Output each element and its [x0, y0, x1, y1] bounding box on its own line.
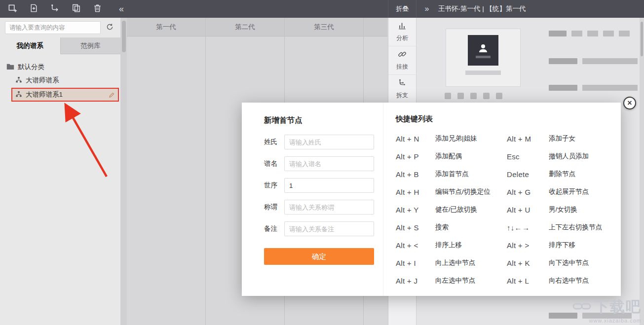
card-action-icon[interactable]	[457, 93, 464, 99]
shortcut-desc: 向上选中节点	[435, 258, 507, 267]
collapse-sidebar-button[interactable]: «	[115, 2, 128, 15]
panel-scrollbar[interactable]	[640, 18, 644, 325]
watermark: 下载吧 www.xiazaiba.com	[572, 297, 642, 324]
title-label: 称谓	[264, 203, 279, 212]
shortcut-desc: 上下左右切换节点	[549, 223, 621, 232]
shortcut-desc: 编辑节点/切换定位	[435, 187, 507, 196]
person-icon	[477, 42, 489, 54]
copy-icon	[72, 3, 81, 15]
scrollbar-thumb[interactable]	[122, 21, 126, 52]
remark-label: 备注	[264, 224, 279, 233]
genealogy-name-input[interactable]	[284, 156, 374, 171]
branch-button[interactable]	[48, 2, 61, 15]
field-value-placeholder	[587, 31, 598, 36]
shortcut-desc: 收起展开节点	[549, 187, 621, 196]
generation-header: 第二代	[206, 18, 284, 36]
toolbar: «	[6, 0, 128, 18]
sidebar: 我的谱系 范例库 默认分类 大谱师谱系 大谱师谱系1	[0, 18, 121, 325]
generation-header	[364, 18, 387, 36]
branch-split-icon	[398, 78, 407, 89]
generation-column: 第一代	[127, 18, 206, 325]
tree-item-label: 大谱师谱系	[26, 76, 59, 85]
expand-panel-button[interactable]: »	[419, 0, 433, 18]
field-label-placeholder	[549, 85, 577, 91]
shortcut-desc: 向下选中节点	[549, 258, 621, 267]
tree-item-label: 大谱师谱系1	[26, 90, 63, 99]
shortcut-desc: 删除节点	[549, 170, 621, 179]
shortcut-desc: 健在/已故切换	[435, 205, 507, 214]
remark-input[interactable]	[284, 221, 374, 236]
trash-icon	[93, 3, 102, 15]
attach-button[interactable]: 挂接	[388, 46, 416, 75]
watermark-name: 下载吧	[594, 297, 642, 317]
double-chevron-left-icon: «	[119, 2, 124, 15]
fold-button[interactable]: 折叠	[388, 0, 417, 18]
copy-button[interactable]	[70, 2, 82, 15]
card-action-icon[interactable]	[445, 93, 451, 99]
generation-order-field-row: 世序	[264, 178, 383, 193]
shortcut-desc: 添加首节点	[435, 170, 507, 179]
watermark-chain-icon	[572, 301, 591, 313]
shortcut-key: Esc	[507, 152, 549, 161]
delete-button[interactable]	[91, 2, 104, 15]
field-value-placeholder	[619, 31, 630, 36]
shortcut-desc: 添加子女	[549, 134, 621, 143]
relation-title-input[interactable]	[284, 200, 374, 215]
shortcut-key: Alt + <	[396, 241, 435, 250]
bar-chart-icon	[398, 21, 407, 32]
current-person-title: 王书怀-第一代 | 【统】第一代	[438, 0, 526, 18]
analyze-button[interactable]: 分析	[388, 18, 416, 46]
close-button[interactable]: ×	[623, 97, 636, 109]
canvas-scrollbar[interactable]	[121, 18, 127, 325]
card-action-icon[interactable]	[496, 93, 502, 99]
shortcut-desc: 向左选中节点	[435, 276, 507, 285]
tab-example-library[interactable]: 范例库	[60, 37, 121, 54]
card-action-row[interactable]	[445, 93, 502, 99]
scrollbar-thumb[interactable]	[641, 22, 643, 56]
shortcut-key: Alt + U	[507, 206, 549, 214]
generation-order-input[interactable]	[284, 178, 374, 193]
new-node-icon	[8, 3, 17, 15]
category-label: 默认分类	[18, 63, 44, 72]
folder-icon	[6, 63, 14, 72]
analyze-label: 分析	[396, 34, 408, 42]
new-node-button[interactable]	[6, 2, 19, 15]
card-action-icon[interactable]	[470, 93, 477, 99]
avatar-caption	[476, 56, 491, 58]
shortcut-key: Delete	[507, 170, 549, 179]
link-icon	[398, 50, 407, 60]
category-row[interactable]: 默认分类	[0, 60, 120, 74]
avatar	[468, 35, 498, 66]
shortcut-desc: 排序上移	[435, 241, 507, 250]
shortcut-key: Alt + G	[507, 188, 549, 196]
field-label-placeholder	[549, 31, 567, 36]
field-value-placeholder	[603, 31, 614, 36]
search-input[interactable]	[5, 21, 101, 34]
confirm-button[interactable]: 确定	[264, 248, 374, 265]
split-branch-button[interactable]: 拆支	[388, 75, 416, 104]
tree-item-genealogy[interactable]: 大谱师谱系	[0, 74, 120, 87]
generation-header: 第一代	[127, 18, 205, 36]
edit-icon[interactable]	[109, 92, 115, 98]
genealogy-tree: 默认分类 大谱师谱系 大谱师谱系1	[0, 54, 120, 102]
field-value-placeholder	[582, 58, 638, 64]
genealogy-name-field-row: 谱名	[264, 156, 383, 171]
detail-form-row	[549, 31, 630, 36]
shortcut-desc: 添加配偶	[435, 152, 507, 161]
card-action-icon[interactable]	[483, 93, 490, 99]
shortcut-key: Alt + J	[396, 277, 435, 285]
field-label-placeholder	[549, 58, 577, 64]
tab-my-genealogy[interactable]: 我的谱系	[0, 37, 60, 54]
refresh-button[interactable]	[104, 22, 115, 34]
new-document-button[interactable]	[27, 2, 40, 15]
person-card[interactable]	[446, 29, 521, 87]
shortcut-key: Alt + H	[396, 188, 435, 196]
surname-input[interactable]	[284, 135, 374, 149]
generation-header: 第三代	[285, 18, 363, 36]
tree-item-genealogy-1[interactable]: 大谱师谱系1	[11, 88, 119, 102]
person-name-placeholder	[465, 71, 501, 75]
shortcut-key: Alt + I	[396, 259, 435, 267]
attach-label: 挂接	[396, 63, 408, 71]
watermark-url: www.xiazaiba.com	[572, 318, 642, 324]
shortcut-desc: 添加兄弟|姐妹	[435, 134, 507, 143]
